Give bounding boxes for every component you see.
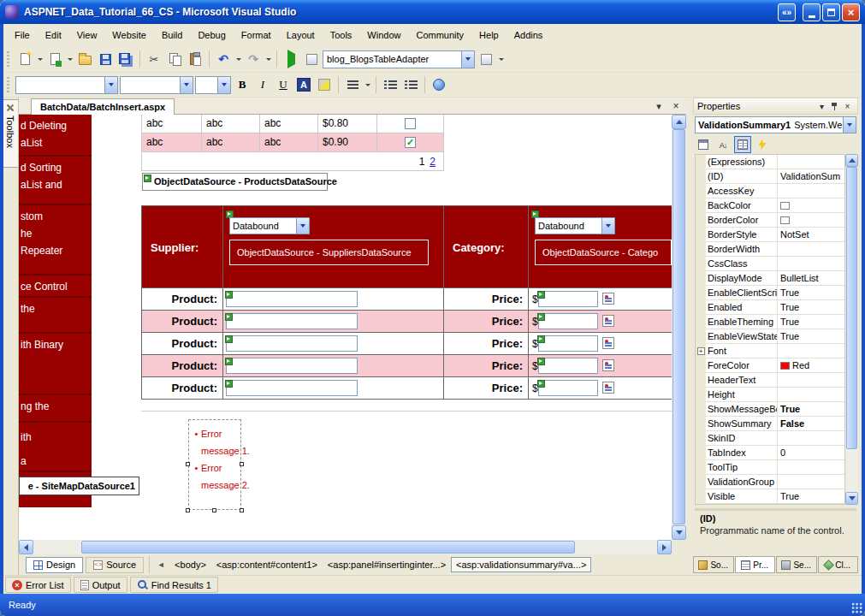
combo-dropdown-icon[interactable] — [217, 77, 230, 93]
table-adapter-combo[interactable]: blog_BlogsTableAdapter — [323, 50, 475, 68]
save-all-button[interactable] — [116, 50, 135, 68]
validation-summary-control[interactable]: •Errormessage 1.•Errormessage 2. — [188, 419, 241, 510]
product-textbox[interactable] — [226, 335, 358, 352]
master-nav-item[interactable]: ce Control — [19, 275, 92, 298]
property-row[interactable]: BorderColor — [696, 213, 844, 228]
toolbar-overflow-icon[interactable] — [497, 50, 505, 68]
master-nav-item[interactable]: d DeletingaList — [19, 115, 92, 157]
resize-handle[interactable] — [240, 508, 244, 512]
menu-tools[interactable]: Tools — [323, 27, 360, 44]
properties-panel-titlebar[interactable]: Properties ▾ × — [693, 98, 858, 115]
maximize-button[interactable] — [822, 3, 840, 21]
hyperlink-button[interactable] — [430, 75, 448, 94]
font-color-button[interactable]: A — [294, 75, 313, 94]
resize-grip-icon[interactable] — [851, 602, 862, 613]
highlight-button[interactable] — [315, 75, 334, 94]
tool-button-2[interactable] — [477, 50, 495, 68]
tag-breadcrumb-0[interactable]: <body> — [169, 557, 211, 572]
property-row[interactable]: +Font — [696, 344, 844, 358]
bottom-tab[interactable]: Error List — [5, 577, 71, 593]
menu-window[interactable]: Window — [359, 27, 408, 44]
document-close-icon[interactable]: × — [669, 99, 683, 113]
resize-handle[interactable] — [186, 508, 190, 512]
undo-dropdown-icon[interactable] — [234, 50, 242, 68]
start-debug-button[interactable] — [281, 50, 300, 68]
save-button[interactable] — [96, 50, 115, 68]
copy-button[interactable] — [165, 50, 184, 68]
toolbox-tab[interactable]: Toolbox — [2, 99, 18, 168]
bottom-tab[interactable]: Find Results 1 — [130, 577, 218, 593]
combo-dropdown-icon[interactable] — [843, 117, 856, 133]
tag-scroll-left-icon[interactable]: ◄ — [155, 560, 167, 569]
scrollbar-thumb[interactable] — [81, 541, 575, 554]
design-view-button[interactable]: Design — [26, 557, 83, 573]
close-button[interactable]: × — [842, 3, 860, 21]
new-project-dropdown-icon[interactable] — [36, 50, 44, 68]
window-nav-button[interactable]: «» — [778, 3, 796, 21]
menu-community[interactable]: Community — [408, 27, 471, 44]
property-row[interactable]: EnableClientScriTrue — [696, 286, 844, 300]
active-files-menu-icon[interactable]: ▾ — [652, 99, 666, 113]
property-row[interactable]: (Expressions) — [696, 155, 844, 169]
property-row[interactable]: EnableThemingTrue — [696, 315, 844, 329]
master-nav-item[interactable]: itha — [19, 423, 92, 472]
property-row[interactable]: ShowMessageBoTrue — [696, 402, 844, 417]
category-dropdown[interactable]: Databound — [535, 217, 615, 234]
object-selector-combo[interactable]: ValidationSummary1 System.We — [695, 116, 856, 133]
dropdown-arrow-icon[interactable] — [296, 218, 309, 234]
categorized-button[interactable] — [695, 136, 712, 153]
menu-edit[interactable]: Edit — [38, 27, 69, 44]
product-textbox[interactable] — [226, 291, 358, 307]
menu-file[interactable]: File — [7, 27, 38, 44]
row-checkbox[interactable] — [405, 118, 416, 129]
document-tab[interactable]: BatchData/BatchInsert.aspx — [31, 98, 175, 115]
align-button[interactable] — [343, 75, 362, 94]
price-textbox[interactable] — [538, 291, 598, 307]
price-textbox[interactable] — [538, 358, 598, 374]
combo-dropdown-icon[interactable] — [104, 77, 117, 93]
property-row[interactable]: BackColor — [696, 198, 844, 213]
redo-button[interactable] — [244, 50, 263, 68]
property-row[interactable]: CssClass — [696, 257, 844, 271]
row-checkbox[interactable]: ✓ — [405, 137, 416, 148]
expand-icon[interactable]: + — [697, 347, 705, 355]
titlebar[interactable]: ASPNET_Data_Tutorial_66_CS - Microsoft V… — [0, 0, 865, 24]
property-row[interactable]: ToolTip — [696, 460, 844, 475]
master-nav-item[interactable]: d SortingaList and — [19, 157, 92, 205]
master-nav-item[interactable]: ith Binary — [19, 334, 92, 395]
scroll-right-icon[interactable] — [657, 540, 672, 554]
bold-button[interactable]: B — [233, 75, 252, 94]
source-view-button[interactable]: Source — [86, 557, 144, 573]
underline-button[interactable]: U — [274, 75, 293, 94]
tag-breadcrumb-2[interactable]: <asp:panel#insertinginter...> — [323, 557, 451, 572]
sitemap-datasource-box[interactable]: e - SiteMapDataSource1 — [19, 477, 139, 495]
scrollbar-thumb[interactable] — [846, 167, 857, 449]
tool-window-tab[interactable]: Cl... — [818, 556, 859, 573]
master-nav-item[interactable]: the — [19, 298, 92, 334]
menu-view[interactable]: View — [69, 27, 105, 44]
font-size-combo[interactable] — [195, 76, 231, 94]
resize-handle[interactable] — [186, 462, 190, 466]
redo-dropdown-icon[interactable] — [264, 50, 272, 68]
add-item-button[interactable] — [45, 50, 64, 68]
numbered-list-button[interactable] — [381, 75, 400, 94]
master-nav-item[interactable]: stomheRepeater — [19, 205, 92, 275]
menu-format[interactable]: Format — [234, 27, 279, 44]
menu-build[interactable]: Build — [154, 27, 190, 44]
menu-debug[interactable]: Debug — [190, 27, 233, 44]
cut-button[interactable] — [145, 50, 163, 68]
minimize-button[interactable] — [803, 3, 821, 21]
italic-button[interactable]: I — [253, 75, 272, 94]
scroll-left-icon[interactable] — [19, 540, 33, 554]
properties-view-button[interactable] — [734, 136, 751, 153]
scroll-down-icon[interactable] — [845, 492, 858, 505]
property-row[interactable]: Height — [696, 388, 844, 402]
supplier-dropdown[interactable]: Databound — [229, 217, 310, 234]
bottom-tab[interactable]: Output — [74, 577, 127, 593]
tool-window-tab[interactable]: Se... — [776, 556, 817, 573]
product-textbox[interactable] — [226, 358, 358, 374]
property-row[interactable]: (ID)ValidationSum — [696, 169, 844, 184]
undo-button[interactable] — [214, 50, 233, 68]
properties-scrollbar[interactable] — [845, 154, 858, 505]
alphabetical-button[interactable] — [714, 136, 732, 153]
